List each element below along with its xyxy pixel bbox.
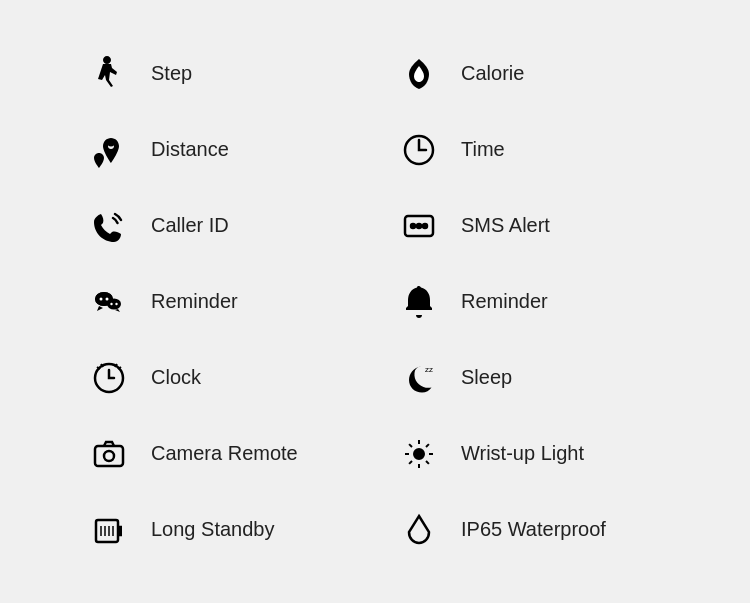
feature-item-camera-remote: Camera Remote	[65, 416, 375, 492]
svg-point-12	[110, 302, 112, 304]
feature-label-calorie: Calorie	[461, 62, 524, 85]
clock-icon	[85, 354, 133, 402]
feature-item-wrist-light: Wrist-up Light	[375, 416, 685, 492]
feature-item-bell-reminder: Reminder	[375, 264, 685, 340]
svg-point-5	[417, 224, 421, 228]
caller-id-icon	[85, 202, 133, 250]
svg-point-10	[106, 297, 109, 300]
svg-text:zz: zz	[425, 365, 433, 374]
feature-label-camera-remote: Camera Remote	[151, 442, 298, 465]
feature-label-distance: Distance	[151, 138, 229, 161]
feature-label-bell-reminder: Reminder	[461, 290, 548, 313]
feature-item-sleep: zzSleep	[375, 340, 685, 416]
feature-label-long-standby: Long Standby	[151, 518, 274, 541]
svg-line-30	[409, 461, 412, 464]
feature-item-step: Step	[65, 36, 375, 112]
feature-item-wechat-reminder: Reminder	[65, 264, 375, 340]
svg-point-13	[115, 302, 117, 304]
feature-item-long-standby: Long Standby	[65, 492, 375, 568]
feature-label-sleep: Sleep	[461, 366, 512, 389]
svg-point-9	[100, 297, 103, 300]
waterproof-icon	[395, 506, 443, 554]
svg-rect-31	[96, 520, 118, 542]
feature-label-wechat-reminder: Reminder	[151, 290, 238, 313]
svg-point-11	[107, 298, 121, 309]
wrist-light-icon	[395, 430, 443, 478]
feature-label-wrist-light: Wrist-up Light	[461, 442, 584, 465]
feature-label-clock: Clock	[151, 366, 201, 389]
feature-label-sms-alert: SMS Alert	[461, 214, 550, 237]
sms-alert-icon	[395, 202, 443, 250]
svg-rect-20	[95, 446, 123, 466]
feature-item-caller-id: Caller ID	[65, 188, 375, 264]
svg-rect-34	[118, 527, 122, 535]
feature-label-waterproof: IP65 Waterproof	[461, 518, 606, 541]
feature-item-time: Time	[375, 112, 685, 188]
battery-icon	[85, 506, 133, 554]
bell-icon	[395, 278, 443, 326]
feature-label-caller-id: Caller ID	[151, 214, 229, 237]
svg-point-4	[411, 224, 415, 228]
feature-label-step: Step	[151, 62, 192, 85]
svg-point-21	[104, 451, 114, 461]
time-icon	[395, 126, 443, 174]
svg-line-28	[426, 461, 429, 464]
svg-line-29	[426, 444, 429, 447]
sleep-icon: zz	[395, 354, 443, 402]
step-icon	[85, 50, 133, 98]
distance-icon	[85, 126, 133, 174]
wechat-icon	[85, 278, 133, 326]
feature-item-clock: Clock	[65, 340, 375, 416]
calorie-icon	[395, 50, 443, 98]
camera-icon	[85, 430, 133, 478]
feature-label-time: Time	[461, 138, 505, 161]
svg-point-6	[423, 224, 427, 228]
feature-item-distance: Distance	[65, 112, 375, 188]
feature-item-calorie: Calorie	[375, 36, 685, 112]
svg-line-27	[409, 444, 412, 447]
feature-item-waterproof: IP65 Waterproof	[375, 492, 685, 568]
svg-point-22	[414, 449, 424, 459]
features-grid: StepCalorieDistanceTimeCaller IDSMS Aler…	[65, 36, 685, 568]
feature-item-sms-alert: SMS Alert	[375, 188, 685, 264]
